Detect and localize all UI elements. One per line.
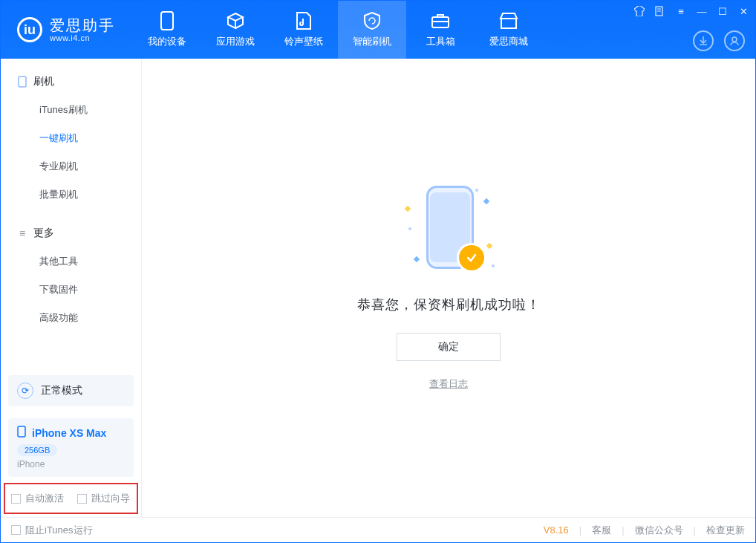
user-button[interactable] [724,30,745,51]
checkbox-auto-activate[interactable]: 自动激活 [11,492,64,505]
tab-label: 爱思商城 [489,35,528,48]
toolbox-icon [431,11,450,30]
sidebar-group-flash: 刷机 [1,69,141,96]
svg-rect-3 [501,19,516,28]
app-window: iu 爱思助手 www.i4.cn 我的设备 应用游戏 铃声壁纸 智能刷机 [0,0,756,543]
options-highlight: 自动激活 跳过向导 [4,483,138,514]
link-wechat[interactable]: 微信公众号 [635,524,683,537]
checkbox-block-itunes[interactable]: 阻止iTunes运行 [11,524,93,537]
checkbox-label: 阻止iTunes运行 [25,524,93,537]
svg-rect-0 [161,12,173,30]
device-card[interactable]: iPhone XS Max 256GB iPhone [8,418,134,477]
tab-label: 铃声壁纸 [284,35,323,48]
skin-icon[interactable] [633,5,645,17]
checkbox-skip-guide[interactable]: 跳过向导 [77,492,130,505]
link-support[interactable]: 客服 [592,524,611,537]
group-title: 刷机 [33,75,54,88]
sidebar-item-itunes-flash[interactable]: iTunes刷机 [1,96,141,124]
minimize-icon[interactable]: ― [696,5,708,17]
success-message: 恭喜您，保资料刷机成功啦！ [357,296,541,313]
sidebar-item-download-firmware[interactable]: 下载固件 [1,276,141,304]
checkbox-box [77,494,87,504]
logo-icon: iu [17,17,42,42]
app-name: 爱思助手 [50,17,115,33]
view-log-link[interactable]: 查看日志 [429,377,468,391]
store-icon [499,11,518,30]
sidebar-item-oneclick-flash[interactable]: 一键刷机 [1,124,141,152]
checkbox-label: 自动激活 [25,492,64,505]
main-content: 恭喜您，保资料刷机成功啦！ 确定 查看日志 [142,59,755,517]
mode-icon: ⟳ [17,383,33,399]
download-button[interactable] [693,30,714,51]
sidebar-item-pro-flash[interactable]: 专业刷机 [1,152,141,181]
checkbox-label: 跳过向导 [91,492,130,505]
svg-point-7 [732,37,737,42]
tab-store[interactable]: 爱思商城 [475,1,543,59]
tab-label: 智能刷机 [353,35,391,48]
mode-card[interactable]: ⟳ 正常模式 [8,375,134,406]
body: 刷机 iTunes刷机 一键刷机 专业刷机 批量刷机 ≡ 更多 其他工具 下载固… [1,59,755,517]
window-controls: ≡ ― ☐ ✕ [633,5,749,17]
svg-rect-8 [19,77,26,87]
ok-button[interactable]: 确定 [397,333,501,361]
checkbox-box [11,525,21,535]
sidebar: 刷机 iTunes刷机 一键刷机 专业刷机 批量刷机 ≡ 更多 其他工具 下载固… [1,59,142,517]
tab-ringtone-wallpaper[interactable]: 铃声壁纸 [270,1,338,59]
device-capacity: 256GB [17,444,57,456]
checkbox-box [11,494,21,504]
device-type: iPhone [17,459,125,469]
sidebar-item-other-tools[interactable]: 其他工具 [1,247,141,276]
app-domain: www.i4.cn [50,33,115,42]
tab-toolbox[interactable]: 工具箱 [406,1,475,59]
maximize-icon[interactable]: ☐ [717,5,729,17]
sidebar-item-batch-flash[interactable]: 批量刷机 [1,181,141,209]
header-tabs: 我的设备 应用游戏 铃声壁纸 智能刷机 工具箱 爱思商城 [133,1,543,59]
logo: iu 爱思助手 www.i4.cn [1,17,128,42]
tab-smart-flash[interactable]: 智能刷机 [338,1,406,59]
tab-apps-games[interactable]: 应用游戏 [201,1,270,59]
tab-label: 我的设备 [148,35,186,48]
tab-label: 工具箱 [426,35,455,48]
success-illustration [404,186,493,275]
mode-label: 正常模式 [41,384,82,397]
sidebar-group-more: ≡ 更多 [1,221,141,247]
sidebar-item-advanced[interactable]: 高级功能 [1,304,141,332]
device-phone-icon [17,426,26,440]
header-actions [693,30,745,51]
group-title: 更多 [33,227,54,240]
check-badge-icon [459,245,484,270]
status-bar: 阻止iTunes运行 V8.16 | 客服 | 微信公众号 | 检查更新 [1,517,755,542]
music-file-icon [294,11,313,30]
list-icon: ≡ [17,228,27,238]
cube-icon [226,11,245,30]
menu-icon[interactable]: ≡ [675,5,687,17]
tab-my-device[interactable]: 我的设备 [133,1,201,59]
header: iu 爱思助手 www.i4.cn 我的设备 应用游戏 铃声壁纸 智能刷机 [1,1,755,59]
svg-rect-9 [18,426,25,437]
version-label: V8.16 [544,524,569,536]
close-icon[interactable]: ✕ [737,5,749,17]
device-name: iPhone XS Max [32,427,106,439]
feedback-icon[interactable] [654,5,666,17]
device-icon [157,11,177,30]
tab-label: 应用游戏 [216,35,255,48]
refresh-shield-icon [362,11,382,30]
link-check-update[interactable]: 检查更新 [706,524,745,537]
phone-small-icon [17,77,27,87]
